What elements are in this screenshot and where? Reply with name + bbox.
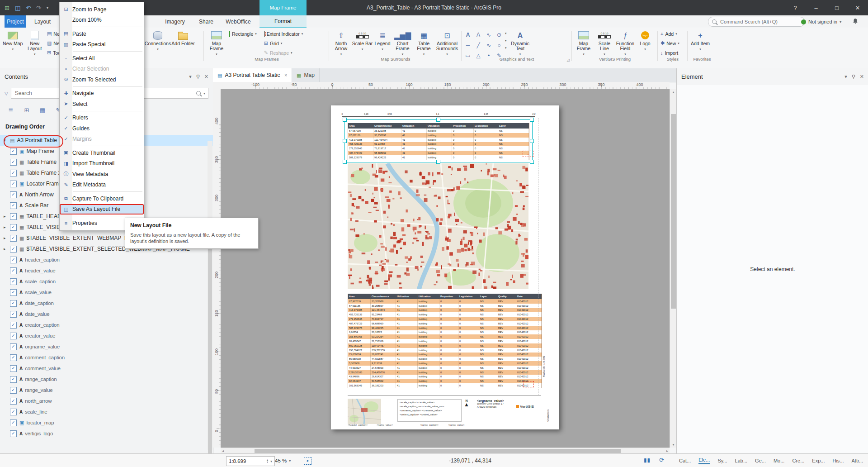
tab-imagery[interactable]: Imagery — [161, 15, 189, 28]
close-icon[interactable]: ✕ — [860, 74, 864, 80]
panel-menu-icon[interactable]: ▾ — [844, 74, 847, 80]
command-search-input[interactable] — [719, 19, 793, 25]
circle-tool-icon[interactable]: ○ — [494, 40, 504, 50]
chevron-down-icon[interactable]: ▾ — [505, 46, 507, 50]
selection-tool-icon[interactable]: ➤ — [304, 457, 311, 465]
add-item-button[interactable]: + Add Item▾ — [689, 29, 712, 52]
rectangle-button[interactable]: Rectangle▾ — [228, 29, 258, 38]
layer-checkbox[interactable]: ✓ — [10, 322, 17, 329]
layer-row-vertigis-logo[interactable]: ✓Avertigis_logo — [0, 428, 213, 439]
menu-item-paste[interactable]: ▤Paste — [60, 29, 144, 39]
layer-row-range-caption[interactable]: ✓Arange_caption — [0, 374, 213, 385]
close-icon[interactable]: ✕ — [204, 74, 208, 80]
layer-row-scale-line[interactable]: ✓Ascale_line — [0, 406, 213, 417]
callout-text-icon[interactable]: A — [473, 30, 483, 40]
command-search[interactable] — [708, 17, 805, 27]
tab-weboffice[interactable]: WebOffice — [222, 15, 254, 28]
text-tool-icon[interactable]: A — [463, 30, 473, 40]
table-frame-bottom[interactable]: AreaCircumferenceUtilizationUtilizationP… — [348, 294, 542, 388]
tab-project[interactable]: Project — [5, 15, 26, 28]
menu-item-margins[interactable]: ✓Margins — [60, 134, 144, 145]
layer-checkbox[interactable]: ✓ — [10, 409, 17, 415]
import-style-button[interactable]: ↓Import — [659, 48, 681, 57]
menu-item-zoom-to-page[interactable]: ⊡Zoom to Page — [60, 4, 144, 15]
layer-checkbox[interactable]: ✓ — [10, 333, 17, 339]
layer-row-date-value[interactable]: ✓Adate_value — [0, 309, 213, 319]
layer-row-scale-caption[interactable]: ✓Ascale_caption — [0, 276, 213, 287]
layer-row-scale-value[interactable]: ✓Ascale_value — [0, 287, 213, 298]
layer-row-header-value[interactable]: ✓Aheader_value — [0, 265, 213, 276]
panel-tab-ele[interactable]: Ele... — [698, 457, 710, 464]
table-frame-button[interactable]: ▦ Table Frame▾ — [413, 29, 434, 57]
layer-row-creator-value[interactable]: ✓Acreator_value — [0, 330, 213, 341]
north-arrow-button[interactable]: ⇧ North Arrow▾ — [330, 29, 352, 57]
chart-frame-button[interactable]: ▂▅▇ Chart Frame▾ — [392, 29, 413, 57]
panel-tab-cat[interactable]: Cat... — [679, 458, 691, 463]
grid-button[interactable]: ⊞Grid▾ — [263, 38, 304, 48]
panel-tab-his[interactable]: His... — [832, 458, 844, 463]
help-button[interactable]: ? — [785, 0, 806, 15]
menu-item-zoom-100[interactable]: Zoom 100% — [60, 15, 144, 26]
extent-indicator-button[interactable]: Extent Indicator▾ — [263, 29, 304, 38]
scrollbar-thumb[interactable] — [671, 114, 676, 309]
pin-icon[interactable]: ⚲ — [852, 74, 855, 80]
view-tab-layout[interactable]: ▤ A3 Portrait Table Static × — [213, 68, 292, 82]
new-report-button[interactable]: ▤New Report — [46, 29, 59, 38]
layer-row-north-arrow[interactable]: ✓Anorth_arrow — [0, 396, 213, 406]
selection-handle[interactable] — [530, 160, 534, 164]
function-field-button[interactable]: ƒ Function Field▾ — [615, 29, 636, 57]
new-style-button[interactable]: ✱New▾ — [659, 38, 681, 48]
new-project-icon[interactable]: ⊞ — [5, 5, 9, 11]
zoom-combo[interactable]: 45 % ▾ — [275, 456, 291, 465]
filter-icon[interactable]: ▽ — [5, 91, 8, 96]
list-by-selection-icon[interactable]: ▦ — [36, 104, 49, 116]
selection-handle[interactable] — [436, 118, 440, 122]
layer-checkbox[interactable]: ✓ — [10, 419, 17, 426]
new-layout-button[interactable]: New Layout▾ — [24, 29, 45, 57]
panel-tab-exp[interactable]: Exp... — [812, 458, 825, 463]
toolbox-button[interactable]: ⊞Toolbox — [46, 48, 59, 57]
layer-row-comment-value[interactable]: ✓Acomment_value — [0, 363, 213, 374]
minimize-button[interactable]: – — [806, 0, 826, 15]
close-icon[interactable]: × — [284, 73, 287, 78]
layer-checkbox[interactable]: ✓ — [10, 354, 17, 361]
pin-icon[interactable]: ⚲ — [196, 74, 200, 80]
view-tab-map[interactable]: ▦ Map — [292, 68, 320, 82]
notifications-button[interactable] — [853, 18, 858, 25]
panel-tab-ge[interactable]: Ge... — [755, 458, 766, 463]
layer-checkbox[interactable]: ✓ — [10, 376, 17, 383]
layer-row-comment-caption[interactable]: ✓Acomment_caption — [0, 352, 213, 363]
map-frame-button[interactable]: Map Frame▾ — [205, 29, 228, 57]
expander-icon[interactable]: ▸ — [4, 247, 10, 251]
layout-page[interactable]: 00,280,551,11,652,2 AreaCircumferenceUti… — [331, 105, 559, 429]
line-tool-icon[interactable]: ─ — [463, 40, 473, 50]
layer-checkbox[interactable]: ✓ — [10, 289, 17, 296]
layer-checkbox[interactable]: ✓ — [10, 235, 17, 242]
table-frame-top[interactable]: AreaCircumferenceUtilizationUtilizationP… — [348, 123, 529, 160]
layer-row-locator-map[interactable]: ✓▣locator_map — [0, 417, 213, 428]
chevron-down-icon[interactable]: ▾ — [505, 39, 507, 43]
new-map-button[interactable]: New Map▾ — [2, 29, 24, 52]
scroll-down-icon[interactable]: ▾ — [670, 443, 677, 447]
selection-handle[interactable] — [530, 118, 534, 122]
layer-checkbox[interactable]: ✓ — [10, 213, 17, 220]
vg-map-frame-button[interactable]: Map Frame▾ — [573, 29, 594, 57]
add-folder-button[interactable]: Add Folder — [171, 29, 195, 47]
selection-handle[interactable] — [436, 160, 440, 164]
selection-handle[interactable] — [343, 139, 347, 143]
selection-handle[interactable] — [343, 160, 347, 164]
pause-drawing-icon[interactable]: ▮▮ — [644, 457, 651, 463]
connections-button[interactable]: Connections▾ — [145, 29, 171, 52]
legend-button[interactable]: ≣ Legend▾ — [373, 29, 392, 52]
menu-item-guides[interactable]: ✓Guides — [60, 123, 144, 134]
expander-icon[interactable]: ▸ — [4, 214, 10, 219]
save-icon[interactable]: ◫ — [15, 5, 20, 11]
menu-item-paste-special[interactable]: ▥Paste Special — [60, 39, 144, 50]
scroll-up-icon[interactable]: ▴ — [670, 90, 677, 94]
map-scale-combo[interactable]: 1:8.699 ▲▼ ▾ — [226, 456, 275, 466]
vertical-scrollbar[interactable]: ▴ ▾ — [670, 89, 677, 448]
menu-item-capture-to-clipboard[interactable]: ⧉Capture To Clipboard — [60, 193, 144, 204]
layer-row-date-caption[interactable]: ✓Adate_caption — [0, 298, 213, 309]
layer-checkbox[interactable]: ✓ — [10, 257, 17, 263]
panel-tab-cre[interactable]: Cre... — [792, 458, 804, 463]
